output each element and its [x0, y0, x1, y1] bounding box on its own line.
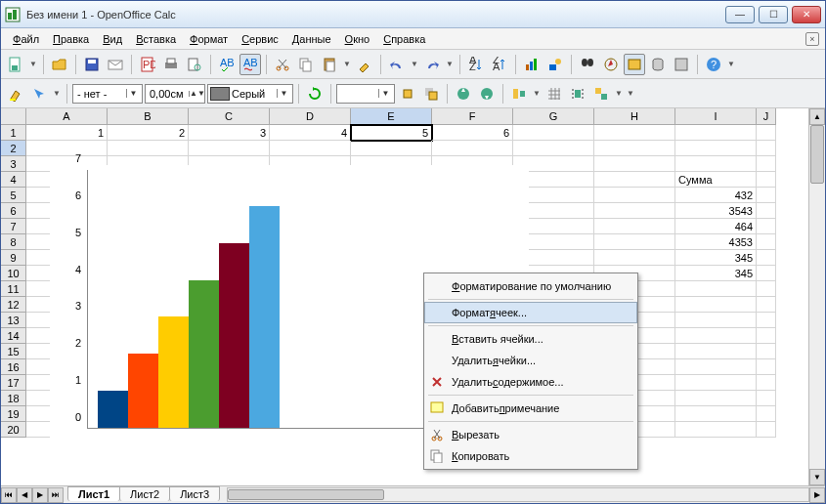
cell-J12[interactable] [757, 297, 776, 313]
toolbar-overflow[interactable]: ▼ [726, 60, 736, 68]
cell-J19[interactable] [757, 406, 776, 422]
chart-bar[interactable] [98, 391, 128, 428]
row-header-10[interactable]: 10 [1, 266, 26, 281]
row-header-1[interactable]: 1 [1, 125, 26, 141]
context-menu-item[interactable]: Форматирование по умолчанию [424, 275, 637, 297]
row-header-18[interactable]: 18 [1, 391, 26, 406]
cell-J3[interactable] [757, 156, 776, 172]
row-header-14[interactable]: 14 [1, 328, 26, 344]
menu-window[interactable]: Окно [339, 31, 376, 47]
save-icon[interactable] [81, 54, 103, 75]
context-menu-item[interactable]: Вырезать [424, 424, 637, 445]
cell-H9[interactable] [594, 250, 675, 266]
row-header-13[interactable]: 13 [1, 313, 26, 328]
cell-J11[interactable] [757, 281, 776, 297]
cell-I4[interactable]: Сумма [675, 172, 757, 188]
to-back-icon[interactable] [420, 83, 442, 105]
cell-J9[interactable] [757, 250, 776, 266]
background-icon[interactable] [476, 83, 498, 105]
row-header-7[interactable]: 7 [1, 219, 26, 234]
column-header-E[interactable]: E [351, 108, 432, 125]
cell-J7[interactable] [757, 219, 776, 234]
email-icon[interactable] [105, 54, 126, 75]
cell-E2[interactable] [351, 141, 432, 156]
datasources-icon[interactable] [647, 54, 669, 75]
cell-J14[interactable] [757, 328, 776, 344]
gallery-icon[interactable] [624, 54, 645, 75]
row-header-2[interactable]: 2 [1, 141, 26, 156]
cell-I17[interactable] [675, 375, 757, 391]
column-header-I[interactable]: I [675, 108, 757, 125]
cell-B2[interactable] [108, 141, 189, 156]
row-header-15[interactable]: 15 [1, 344, 26, 359]
minimize-button[interactable]: — [725, 6, 755, 23]
cell-F2[interactable] [432, 141, 513, 156]
cell-I7[interactable]: 464 [675, 219, 757, 234]
export-pdf-icon[interactable]: PDF [137, 54, 158, 75]
find-icon[interactable] [577, 54, 598, 75]
cell-J5[interactable] [757, 188, 776, 203]
cell-I15[interactable] [675, 344, 757, 359]
cell-H4[interactable] [594, 172, 675, 188]
close-button[interactable]: ✕ [792, 6, 821, 23]
maximize-button[interactable]: ☐ [759, 6, 788, 23]
menu-help[interactable]: Справка [377, 31, 431, 47]
cell-J13[interactable] [757, 313, 776, 328]
column-header-B[interactable]: B [108, 108, 189, 125]
align-icon[interactable] [508, 83, 530, 105]
row-header-6[interactable]: 6 [1, 203, 26, 219]
next-sheet-icon[interactable]: ▶ [32, 487, 48, 503]
column-header-C[interactable]: C [189, 108, 270, 125]
cell-I10[interactable]: 345 [675, 266, 757, 281]
chart-bar[interactable] [249, 206, 280, 428]
cell-J6[interactable] [757, 203, 776, 219]
line-color-combo[interactable]: Серый▼ [207, 84, 293, 104]
cell-I19[interactable] [675, 406, 757, 422]
chart-icon[interactable] [521, 54, 543, 75]
format-paintbrush-icon[interactable] [354, 54, 375, 75]
cell-J8[interactable] [757, 234, 776, 250]
cell-A2[interactable] [26, 141, 108, 156]
menu-edit[interactable]: Правка [47, 31, 95, 47]
spellcheck-icon[interactable]: ABC [216, 54, 238, 75]
scroll-down-icon[interactable]: ▼ [809, 469, 825, 485]
cell-I2[interactable] [675, 141, 757, 156]
chart-bar[interactable] [158, 316, 189, 428]
cell-I11[interactable] [675, 281, 757, 297]
new-doc-dropdown[interactable]: ▼ [28, 60, 38, 68]
sheet-tab[interactable]: Лист1 [67, 486, 120, 501]
context-menu-item[interactable]: Добавить примечание [424, 398, 637, 419]
cell-I16[interactable] [675, 359, 757, 375]
menu-data[interactable]: Данные [286, 31, 337, 47]
cell-I3[interactable] [675, 156, 757, 172]
new-doc-icon[interactable] [5, 54, 26, 75]
cell-H1[interactable] [594, 125, 675, 141]
sort-asc-icon[interactable]: AZ [465, 54, 487, 75]
last-sheet-icon[interactable]: ⏭ [48, 487, 64, 503]
to-front-icon[interactable] [397, 83, 418, 105]
select-all-corner[interactable] [1, 108, 26, 125]
row-header-12[interactable]: 12 [1, 297, 26, 313]
toolbar2-overflow[interactable]: ▼ [626, 89, 635, 98]
zoom-icon[interactable] [671, 54, 692, 75]
sheet-tab[interactable]: Лист3 [169, 486, 220, 501]
prev-sheet-icon[interactable]: ◀ [17, 487, 32, 503]
line-style-combo[interactable]: - нет -▼ [72, 84, 143, 104]
wrap-icon[interactable] [567, 83, 588, 105]
scroll-right-icon[interactable]: ▶ [809, 487, 825, 503]
cut-icon[interactable] [272, 54, 293, 75]
cell-I14[interactable] [675, 328, 757, 344]
cell-A1[interactable]: 1 [26, 125, 108, 141]
line-width-combo[interactable]: 0,00см▲▼ [145, 84, 205, 104]
cell-J18[interactable] [757, 391, 776, 406]
rotate-icon[interactable] [304, 83, 326, 105]
column-header-D[interactable]: D [270, 108, 351, 125]
chart-bar[interactable] [219, 243, 249, 428]
row-header-8[interactable]: 8 [1, 234, 26, 250]
row-header-4[interactable]: 4 [1, 172, 26, 188]
row-header-16[interactable]: 16 [1, 359, 26, 375]
print-icon[interactable] [160, 54, 182, 75]
grid-icon[interactable] [543, 83, 565, 105]
cell-J4[interactable] [757, 172, 776, 188]
cell-H7[interactable] [594, 219, 675, 234]
